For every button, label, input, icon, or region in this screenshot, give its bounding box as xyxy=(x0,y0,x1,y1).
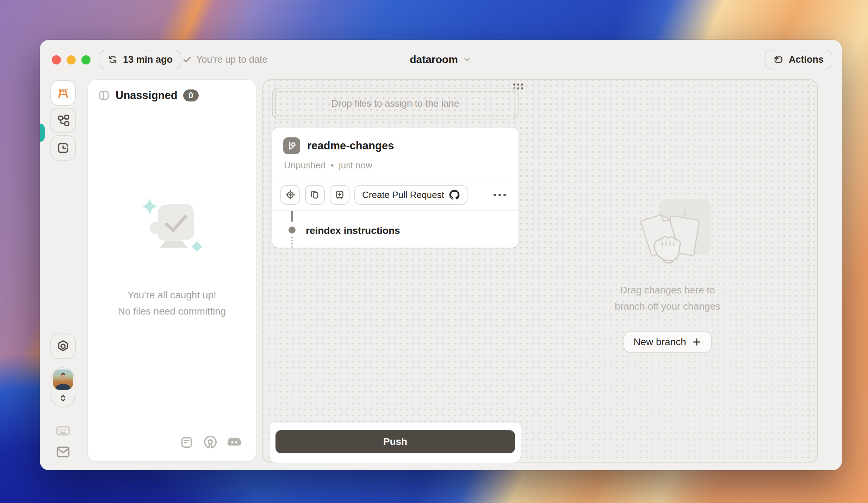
traffic-lights xyxy=(52,55,91,64)
account-switcher[interactable] xyxy=(51,367,75,408)
hint-line2: branch off your changes xyxy=(615,298,720,315)
sync-label: 13 min ago xyxy=(123,54,173,65)
sync-status: You're up to date xyxy=(182,50,267,69)
keyboard-icon xyxy=(55,423,71,439)
unassigned-panel: Unassigned 0 You're all caught up! No fi… xyxy=(87,79,256,462)
status-label: You're up to date xyxy=(196,54,267,65)
commit-graph-dotted-line xyxy=(291,237,293,248)
open-source-icon[interactable] xyxy=(203,435,218,450)
titlebar: 13 min ago You're up to date dataroom xyxy=(40,40,842,79)
feedback-button[interactable] xyxy=(50,444,76,460)
left-rail xyxy=(40,79,87,470)
gitbutler-stool-icon xyxy=(56,86,70,100)
minimize-window-button[interactable] xyxy=(67,55,76,64)
workspace-tab-button[interactable] xyxy=(50,80,76,106)
branch-header[interactable]: readme-changes xyxy=(283,137,507,154)
close-window-button[interactable] xyxy=(52,55,61,64)
shortcuts-button[interactable] xyxy=(50,423,76,439)
more-options-button[interactable] xyxy=(494,194,506,196)
branch-time: just now xyxy=(339,160,372,171)
copy-branch-button[interactable] xyxy=(305,185,325,205)
new-branch-button[interactable]: New branch xyxy=(624,331,711,353)
branch-card: readme-changes Unpushed • just now xyxy=(272,128,519,248)
settings-button[interactable] xyxy=(50,334,76,359)
push-button[interactable]: Push xyxy=(275,430,515,453)
check-icon xyxy=(182,55,192,64)
actions-button[interactable]: Actions xyxy=(765,50,831,69)
gear-icon xyxy=(56,339,70,353)
drag-changes-illustration xyxy=(615,198,720,272)
branches-icon xyxy=(56,113,70,128)
branch-meta: Unpushed • just now xyxy=(284,160,507,171)
commit-message: reindex instructions xyxy=(306,225,400,236)
branch-toolbar: Create Pull Request xyxy=(272,179,519,210)
lane-footer: Push xyxy=(270,423,521,463)
project-title: dataroom xyxy=(410,54,458,66)
plus-icon xyxy=(692,337,702,347)
branch-status: Unpushed xyxy=(284,160,326,171)
drop-hint-label: Drop files to assign to the lane xyxy=(331,98,459,109)
workspace-indicator-notch xyxy=(40,124,45,142)
branch-icon xyxy=(283,137,300,154)
chevron-up-down-icon xyxy=(51,393,75,403)
unassigned-header: Unassigned 0 xyxy=(88,80,256,111)
meta-separator: • xyxy=(331,160,334,171)
add-dependent-branch-button[interactable] xyxy=(330,185,349,205)
discord-icon[interactable] xyxy=(227,435,242,450)
history-tab-button[interactable] xyxy=(50,135,76,161)
sync-button[interactable]: 13 min ago xyxy=(100,50,180,69)
unassigned-count-badge: 0 xyxy=(183,89,199,101)
gitbutler-window: 13 min ago You're up to date dataroom xyxy=(40,40,842,470)
lane-resize-divider[interactable] xyxy=(810,83,810,460)
empty-state-line2: No files need committing xyxy=(118,303,226,319)
caught-up-illustration xyxy=(131,193,212,278)
chevron-down-icon xyxy=(462,55,472,64)
push-label: Push xyxy=(383,436,407,447)
sync-icon xyxy=(107,54,118,65)
branch-name: readme-changes xyxy=(307,139,394,152)
hint-line1: Drag changes here to xyxy=(615,282,720,298)
file-drop-zone[interactable]: Drop files to assign to the lane xyxy=(272,88,519,119)
commit-dot xyxy=(289,226,296,234)
unassigned-title: Unassigned xyxy=(116,89,178,102)
branches-tab-button[interactable] xyxy=(50,108,76,133)
mail-icon xyxy=(55,444,71,460)
changelog-icon[interactable] xyxy=(180,435,194,449)
caught-up-empty-state: You're all caught up! No files need comm… xyxy=(88,193,256,319)
github-icon xyxy=(449,190,460,200)
empty-state-line1: You're all caught up! xyxy=(118,287,226,303)
commit-list[interactable]: reindex instructions xyxy=(272,210,519,248)
drag-changes-hint: Drag changes here to branch off your cha… xyxy=(615,282,720,315)
content-area: Unassigned 0 You're all caught up! No fi… xyxy=(40,79,842,470)
user-avatar[interactable] xyxy=(53,370,73,390)
new-branch-label: New branch xyxy=(633,336,686,348)
workspace-canvas: Drop files to assign to the lane xyxy=(262,79,818,463)
split-panel-icon xyxy=(98,89,110,101)
project-selector[interactable]: dataroom xyxy=(410,50,472,69)
commit-graph-line xyxy=(291,211,293,222)
commit-button[interactable] xyxy=(280,185,300,205)
new-branch-drop-area: Drag changes here to branch off your cha… xyxy=(526,80,810,462)
panel-footer-links xyxy=(180,435,242,450)
actions-sparkle-icon xyxy=(773,54,784,65)
history-icon xyxy=(56,141,70,155)
zoom-window-button[interactable] xyxy=(81,55,91,64)
create-pull-request-button[interactable]: Create Pull Request xyxy=(354,185,467,205)
actions-label: Actions xyxy=(789,54,824,65)
create-pr-label: Create Pull Request xyxy=(362,190,444,200)
